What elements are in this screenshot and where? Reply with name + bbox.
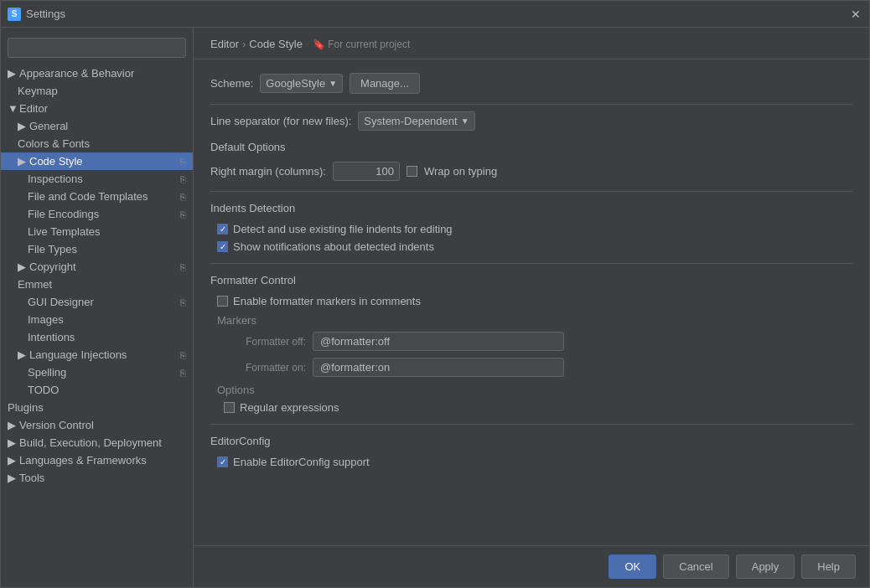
expand-arrow: ▶ <box>8 67 16 80</box>
enable-editor-config-checkbox[interactable] <box>217 456 228 467</box>
sidebar-item-label: File Types <box>28 243 77 255</box>
breadcrumb-separator: › <box>242 38 246 50</box>
sidebar-item-label: Colors & Fonts <box>18 137 90 150</box>
right-margin-label: Right margin (columns): <box>210 165 326 178</box>
sidebar-item-version-control[interactable]: ▶ Version Control <box>1 416 193 434</box>
dropdown-arrow-icon: ▼ <box>329 79 337 88</box>
detect-indents-row: Detect and use existing file indents for… <box>210 223 852 235</box>
sidebar-item-label: Languages & Frameworks <box>19 454 147 467</box>
markers-label: Markers <box>217 314 852 327</box>
copy-icon: ⎘ <box>180 192 186 202</box>
sidebar-item-label: Images <box>28 313 64 326</box>
line-separator-dropdown[interactable]: System-Dependent ▼ <box>358 111 474 131</box>
title-bar: S Settings ✕ <box>1 1 869 28</box>
sidebar-item-label: Copyright <box>29 260 76 273</box>
sidebar-item-file-encodings[interactable]: File Encodings ⎘ <box>1 205 193 223</box>
formatter-on-label: Formatter on: <box>230 362 306 374</box>
scheme-dropdown[interactable]: GoogleStyle ▼ <box>260 74 343 93</box>
help-button[interactable]: Help <box>801 554 856 579</box>
copy-icon: ⎘ <box>180 262 186 272</box>
detect-indents-checkbox[interactable] <box>217 224 228 235</box>
cancel-button[interactable]: Cancel <box>663 554 728 579</box>
breadcrumb: Editor › Code Style 🔖 For current projec… <box>194 28 869 59</box>
right-margin-input[interactable] <box>333 162 400 181</box>
enable-formatter-checkbox[interactable] <box>217 296 228 307</box>
window-title: Settings <box>26 8 65 20</box>
breadcrumb-editor: Editor <box>210 38 239 50</box>
sidebar-item-todo[interactable]: TODO <box>1 381 193 399</box>
sidebar-item-languages-frameworks[interactable]: ▶ Languages & Frameworks <box>1 451 193 469</box>
expand-arrow: ▶ <box>8 436 16 449</box>
sidebar-item-plugins[interactable]: Plugins <box>1 399 193 416</box>
formatter-on-input[interactable] <box>313 358 564 377</box>
sidebar-item-label: Build, Execution, Deployment <box>19 436 162 449</box>
sidebar-item-intentions[interactable]: Intentions <box>1 328 193 346</box>
sidebar-item-label: Editor <box>19 102 48 115</box>
regular-expressions-label: Regular expressions <box>240 401 339 414</box>
scheme-label: Scheme: <box>210 77 253 90</box>
breadcrumb-code-style: Code Style <box>249 38 303 50</box>
line-separator-value: System-Dependent <box>364 115 457 127</box>
sidebar-item-emmet[interactable]: Emmet <box>1 276 193 293</box>
line-separator-label: Line separator (for new files): <box>210 115 351 127</box>
sidebar-item-spelling[interactable]: Spelling ⎘ <box>1 364 193 381</box>
sidebar-item-colors-fonts[interactable]: Colors & Fonts <box>1 135 193 152</box>
editor-config-label: EditorConfig <box>210 435 852 447</box>
expand-arrow: ▶ <box>8 472 16 484</box>
sidebar-item-keymap[interactable]: Keymap <box>1 82 193 100</box>
app-icon: S <box>8 8 21 21</box>
separator-1 <box>210 104 852 105</box>
right-margin-row: Right margin (columns): Wrap on typing <box>210 162 852 181</box>
sidebar-item-live-templates[interactable]: Live Templates <box>1 223 193 240</box>
sidebar: ▶ Appearance & Behavior Keymap ▼ Editor … <box>1 28 194 587</box>
sidebar-item-editor[interactable]: ▼ Editor <box>1 100 193 117</box>
panel-body: Scheme: GoogleStyle ▼ Manage... Line sep… <box>194 59 869 545</box>
sidebar-item-appearance-behavior[interactable]: ▶ Appearance & Behavior <box>1 64 193 82</box>
expand-arrow: ▶ <box>18 348 26 361</box>
regular-expressions-checkbox[interactable] <box>224 402 235 413</box>
sidebar-item-code-style[interactable]: ▶ Code Style ⎘ <box>1 152 193 170</box>
show-notifications-label: Show notifications about detected indent… <box>233 240 434 253</box>
sidebar-item-label: Plugins <box>8 401 44 414</box>
apply-button[interactable]: Apply <box>736 554 795 579</box>
wrap-on-typing-label: Wrap on typing <box>424 165 497 178</box>
sidebar-item-general[interactable]: ▶ General <box>1 117 193 135</box>
options-label: Options <box>217 384 852 396</box>
sidebar-item-build-execution[interactable]: ▶ Build, Execution, Deployment <box>1 434 193 451</box>
formatter-control-section: Formatter Control Enable formatter marke… <box>210 274 852 414</box>
sidebar-item-copyright[interactable]: ▶ Copyright ⎘ <box>1 258 193 276</box>
wrap-on-typing-checkbox[interactable] <box>407 166 417 177</box>
default-options-section: Default Options Right margin (columns): … <box>210 141 852 181</box>
editor-config-section: EditorConfig Enable EditorConfig support <box>210 435 852 468</box>
sidebar-item-tools[interactable]: ▶ Tools <box>1 469 193 487</box>
formatter-control-label: Formatter Control <box>210 274 852 286</box>
formatter-off-input[interactable] <box>313 332 564 351</box>
sidebar-item-gui-designer[interactable]: GUI Designer ⎘ <box>1 293 193 311</box>
manage-button[interactable]: Manage... <box>350 73 420 94</box>
sidebar-item-label: General <box>29 120 68 132</box>
show-notifications-row: Show notifications about detected indent… <box>210 240 852 253</box>
sidebar-item-label: Spelling <box>28 366 66 379</box>
detect-indents-label: Detect and use existing file indents for… <box>233 223 453 235</box>
show-notifications-checkbox[interactable] <box>217 241 228 252</box>
search-input[interactable] <box>8 38 186 58</box>
close-button[interactable]: ✕ <box>849 8 862 21</box>
expand-arrow: ▶ <box>18 260 26 273</box>
copy-icon: ⎘ <box>180 297 186 307</box>
main-panel: Editor › Code Style 🔖 For current projec… <box>194 28 869 587</box>
separator-4 <box>210 424 852 425</box>
ok-button[interactable]: OK <box>608 554 656 579</box>
sidebar-item-language-injections[interactable]: ▶ Language Injections ⎘ <box>1 346 193 364</box>
scheme-value: GoogleStyle <box>266 77 325 90</box>
sidebar-item-file-types[interactable]: File Types <box>1 240 193 258</box>
formatter-on-row: Formatter on: <box>217 358 852 377</box>
sidebar-item-label: Code Style <box>29 155 83 168</box>
separator-3 <box>210 263 852 264</box>
sidebar-item-file-code-templates[interactable]: File and Code Templates ⎘ <box>1 188 193 205</box>
sidebar-item-images[interactable]: Images <box>1 311 193 328</box>
sidebar-item-label: Tools <box>19 472 44 484</box>
sidebar-item-label: Version Control <box>19 419 94 431</box>
enable-editor-config-row: Enable EditorConfig support <box>210 456 852 468</box>
sidebar-item-inspections[interactable]: Inspections ⎘ <box>1 170 193 188</box>
formatter-off-row: Formatter off: <box>217 332 852 351</box>
